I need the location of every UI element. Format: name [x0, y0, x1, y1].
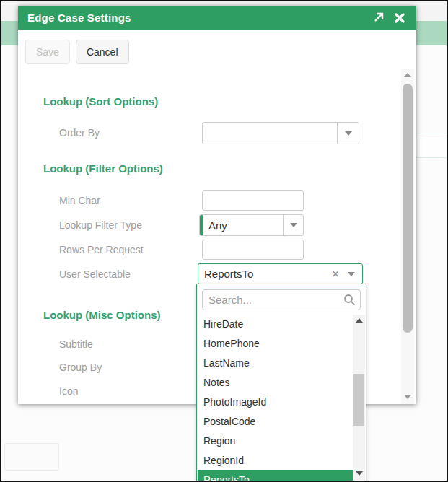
user-selectable-combobox[interactable]: ReportsTo ✕: [198, 263, 363, 284]
caret-down-icon: [345, 131, 352, 136]
dropdown-option-list: HireDate HomePhone LastName Notes PhotoI…: [198, 315, 353, 481]
order-by-combobox[interactable]: [202, 122, 359, 144]
scroll-down-icon[interactable]: [401, 391, 414, 403]
dropdown-option[interactable]: LastName: [198, 354, 353, 373]
field-label-user-selectable: User Selectable: [59, 268, 131, 280]
min-char-input[interactable]: [202, 190, 304, 211]
screenshot-frame: Edge Case Settings Save Cancel Lookup (S…: [0, 0, 448, 482]
section-heading-misc-options: Lookup (Misc Options): [43, 309, 161, 321]
dropdown-scrollbar[interactable]: [353, 315, 365, 481]
lookup-filter-type-value: Any: [203, 215, 283, 235]
order-by-dropdown-button[interactable]: [337, 123, 359, 144]
scroll-down-icon[interactable]: [353, 468, 365, 479]
field-label-order-by: Order By: [59, 127, 100, 139]
combo-controls: ✕: [332, 264, 362, 284]
caret-down-icon[interactable]: [348, 272, 355, 276]
user-selectable-value: ReportsTo: [198, 264, 332, 284]
field-label-min-char: Min Char: [59, 195, 100, 206]
dropdown-option[interactable]: PostalCode: [198, 412, 353, 431]
background-partial-button: [4, 443, 59, 471]
section-heading-sort-options: Lookup (Sort Options): [43, 95, 158, 108]
dropdown-option[interactable]: Notes: [198, 373, 353, 393]
dropdown-option[interactable]: Region: [198, 431, 353, 451]
save-button[interactable]: Save: [25, 40, 70, 64]
background-grid-row: [413, 133, 447, 158]
dropdown-option-selected[interactable]: ReportsTo: [198, 470, 353, 481]
dropdown-option[interactable]: HireDate: [198, 315, 353, 334]
dropdown-option[interactable]: HomePhone: [198, 334, 353, 354]
scrollbar-thumb[interactable]: [403, 84, 413, 333]
dropdown-search: [202, 289, 361, 310]
cancel-button[interactable]: Cancel: [76, 40, 129, 64]
order-by-value: [203, 123, 337, 144]
dialog-titlebar: Edge Case Settings: [18, 6, 416, 30]
field-label-subtitle: Subtitle: [59, 338, 93, 350]
user-selectable-dropdown: HireDate HomePhone LastName Notes PhotoI…: [196, 284, 366, 482]
lookup-filter-type-combobox[interactable]: Any: [199, 214, 304, 236]
caret-down-icon: [290, 223, 297, 227]
dropdown-option[interactable]: RegionId: [198, 451, 353, 470]
field-label-lookup-filter-type: Lookup Filter Type: [59, 219, 142, 231]
dropdown-option[interactable]: PhotoImageId: [198, 393, 353, 412]
clear-selection-icon[interactable]: ✕: [332, 269, 339, 279]
scrollbar-thumb[interactable]: [353, 374, 364, 426]
section-heading-filter-options: Lookup (Filter Options): [43, 162, 163, 175]
dialog-title: Edge Case Settings: [27, 12, 364, 24]
field-label-group-by: Group By: [59, 362, 102, 373]
field-label-rows-per-request: Rows Per Request: [59, 244, 144, 255]
scroll-up-icon[interactable]: [401, 69, 414, 81]
rows-per-request-input[interactable]: [202, 240, 304, 260]
expand-icon[interactable]: [371, 11, 385, 25]
lookup-filter-type-dropdown-button[interactable]: [283, 215, 303, 235]
close-icon[interactable]: [392, 11, 407, 25]
field-label-icon: Icon: [59, 385, 78, 397]
search-input[interactable]: [202, 289, 361, 310]
scroll-up-icon[interactable]: [353, 315, 365, 326]
dialog-scrollbar[interactable]: [401, 69, 414, 404]
search-icon: [343, 294, 356, 309]
dialog-toolbar: Save Cancel: [25, 40, 129, 64]
